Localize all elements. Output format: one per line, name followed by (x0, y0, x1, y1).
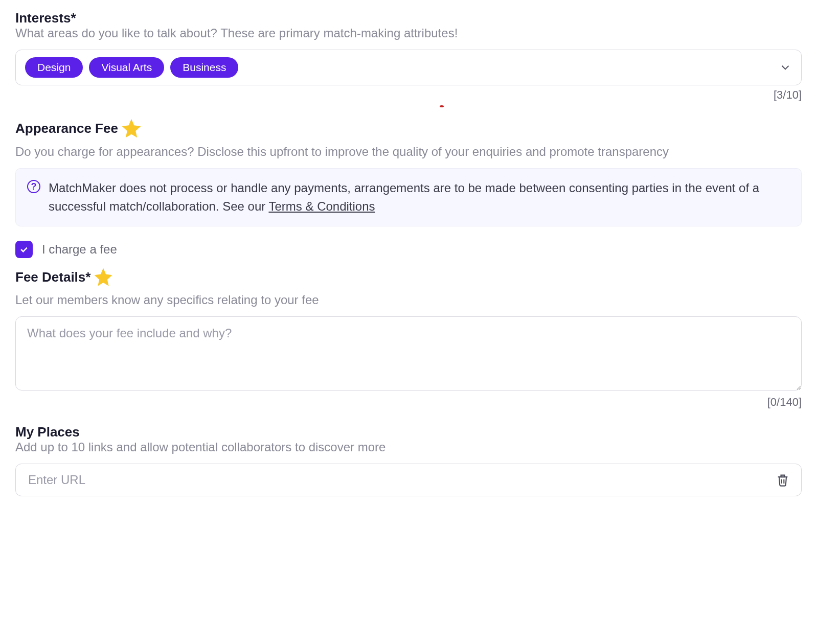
my-places-subtitle: Add up to 10 links and allow potential c… (15, 440, 802, 454)
appearance-fee-section: Appearance Fee Do you charge for appeara… (15, 117, 802, 409)
charge-fee-label: I charge a fee (42, 242, 117, 257)
my-places-title: My Places (15, 424, 802, 440)
interests-title: Interests* (15, 10, 802, 26)
appearance-fee-title: Appearance Fee (15, 121, 118, 136)
star-icon (93, 266, 114, 288)
my-places-section: My Places Add up to 10 links and allow p… (15, 424, 802, 496)
question-icon: ? (27, 180, 40, 193)
info-text: MatchMaker does not process or handle an… (49, 179, 790, 216)
info-box: ? MatchMaker does not process or handle … (15, 168, 802, 226)
interest-tag[interactable]: Design (25, 57, 83, 78)
interests-section: Interests* What areas do you like to tal… (15, 10, 802, 102)
interest-tag[interactable]: Visual Arts (89, 57, 164, 78)
appearance-fee-subtitle: Do you charge for appearances? Disclose … (15, 145, 802, 159)
url-input-row (15, 464, 802, 496)
chevron-down-icon[interactable] (779, 61, 792, 74)
star-icon (120, 117, 143, 140)
interest-tag[interactable]: Business (170, 57, 238, 78)
check-icon (19, 244, 29, 255)
charge-fee-checkbox[interactable] (15, 241, 33, 258)
info-text-prefix: MatchMaker does not process or handle an… (49, 181, 759, 213)
interests-tag-input[interactable]: Design Visual Arts Business (15, 50, 802, 85)
fee-details-title: Fee Details* (15, 269, 90, 285)
red-dot (440, 105, 444, 107)
charge-fee-row: I charge a fee (15, 241, 802, 258)
fee-details-textarea[interactable] (15, 316, 802, 390)
terms-link[interactable]: Terms & Conditions (268, 199, 375, 213)
interests-counter: [3/10] (15, 88, 802, 102)
fee-details-subtitle: Let our members know any specifics relat… (15, 293, 802, 307)
fee-details-counter: [0/140] (15, 396, 802, 409)
url-input[interactable] (27, 472, 769, 488)
interests-subtitle: What areas do you like to talk about? Th… (15, 26, 802, 40)
trash-icon[interactable] (776, 473, 790, 487)
